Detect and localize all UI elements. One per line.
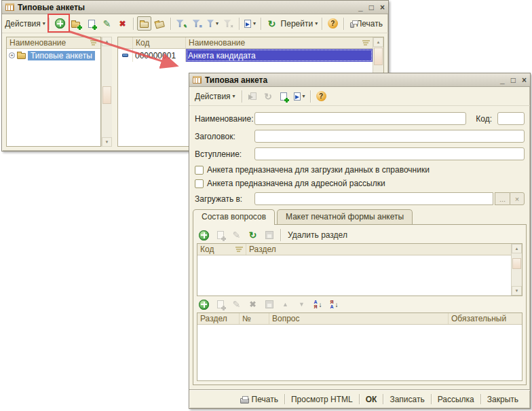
edit-button[interactable]: ✎ bbox=[100, 16, 114, 31]
tab-sostav-voprosov[interactable]: Состав вопросов bbox=[193, 209, 275, 225]
delete-section-button[interactable]: Удалить раздел bbox=[285, 228, 350, 243]
title-field-label: Заголовок: bbox=[195, 132, 254, 141]
sections-section-header[interactable]: Раздел bbox=[246, 244, 511, 255]
window-grid-icon bbox=[5, 3, 14, 11]
delete-button[interactable]: ✖ bbox=[115, 16, 130, 31]
close-button[interactable]: × bbox=[380, 3, 385, 12]
filter-clear-button: × bbox=[221, 16, 235, 31]
save-ok-icon bbox=[265, 231, 273, 239]
print-button[interactable]: Печать bbox=[234, 393, 284, 406]
close-button[interactable]: Закрыть bbox=[481, 393, 525, 406]
move-up-icon: ▲ bbox=[282, 301, 288, 308]
minimize-button[interactable]: _ bbox=[500, 76, 505, 84]
maximize-button[interactable]: □ bbox=[511, 76, 516, 84]
tree-column-header[interactable]: Наименование bbox=[7, 37, 100, 48]
delete-icon: ✖ bbox=[119, 19, 126, 29]
help-button[interactable]: ? bbox=[326, 16, 340, 31]
maximize-button[interactable]: □ bbox=[369, 3, 374, 12]
ok-button[interactable]: ОК bbox=[360, 393, 383, 406]
reread-icon: ↻ bbox=[264, 92, 272, 101]
questions-question-header[interactable]: Вопрос bbox=[269, 313, 449, 324]
tree-scrollbar[interactable]: ▲ ▼ bbox=[101, 37, 112, 147]
scroll-up-icon[interactable]: ▲ bbox=[102, 37, 112, 46]
questions-required-header[interactable]: Обязательный bbox=[449, 313, 522, 324]
add-group-icon bbox=[71, 22, 80, 28]
table-row[interactable]: 000000001 Анкета кандидата bbox=[118, 49, 373, 62]
scroll-up-icon[interactable]: ▲ bbox=[373, 37, 383, 47]
reread-button: ↻ bbox=[261, 89, 276, 103]
address-mailing-checkbox[interactable] bbox=[195, 179, 204, 188]
finish-edit-button bbox=[262, 298, 276, 312]
actions-menu-button[interactable]: Действия ▾ bbox=[5, 16, 45, 31]
sections-scrollbar[interactable]: ▲ ▼ bbox=[511, 244, 522, 296]
scroll-down-icon[interactable]: ▼ bbox=[512, 286, 522, 296]
finish-edit-button bbox=[262, 228, 276, 243]
refresh-sections-button[interactable]: ↻ bbox=[246, 228, 260, 243]
actions-menu-button[interactable]: Действия ▾ bbox=[192, 89, 238, 103]
load-to-catalogs-checkbox[interactable] bbox=[195, 166, 204, 175]
sort-indicator-icon bbox=[90, 40, 98, 46]
help-button[interactable]: ? bbox=[314, 89, 328, 103]
intro-field-label: Вступление: bbox=[195, 149, 254, 159]
address-mailing-label: Анкета предназначена для адресной рассыл… bbox=[207, 179, 385, 188]
minimize-button[interactable]: _ bbox=[358, 3, 363, 12]
tree-item-label: Типовые анкеты bbox=[28, 51, 95, 60]
sort-ascending-button[interactable]: АЯ ↓ bbox=[311, 298, 325, 312]
filter-by-value-button[interactable]: = bbox=[190, 16, 204, 31]
tree-expand-icon[interactable]: + bbox=[9, 52, 15, 58]
refresh-button[interactable]: ↻ bbox=[265, 16, 279, 31]
save-button[interactable]: Записать bbox=[383, 393, 430, 406]
copy-button[interactable] bbox=[277, 89, 291, 103]
list-window-titlebar[interactable]: Типовые анкеты _ □ × bbox=[2, 1, 388, 14]
print-button[interactable]: Печать bbox=[347, 16, 385, 31]
code-field-label: Код: bbox=[476, 114, 492, 124]
code-column-header[interactable]: Код bbox=[133, 37, 186, 48]
load-into-input[interactable] bbox=[254, 192, 493, 205]
sort-za-icon: ЯА bbox=[330, 300, 333, 309]
close-button[interactable]: × bbox=[522, 76, 527, 84]
name-field-label: Наименование: bbox=[195, 114, 254, 124]
copy-icon bbox=[280, 92, 287, 101]
tab-maket-pechatnoy-formy[interactable]: Макет печатной формы анкеты bbox=[277, 209, 413, 224]
scrollbar-thumb[interactable] bbox=[102, 86, 111, 104]
questions-section-header[interactable]: Раздел bbox=[197, 313, 240, 324]
output-list-button[interactable]: ▾ bbox=[243, 16, 257, 31]
add-question-button[interactable] bbox=[197, 298, 211, 312]
clear-button[interactable]: × bbox=[510, 192, 525, 205]
filter-settings-button[interactable]: ✎ bbox=[174, 16, 189, 31]
scrollbar-thumb[interactable] bbox=[374, 48, 383, 65]
output-button[interactable]: ▾ bbox=[292, 89, 307, 103]
tree-item-typovye-ankety[interactable]: + Типовые анкеты bbox=[7, 49, 100, 62]
title-input[interactable] bbox=[254, 130, 525, 143]
questions-table: Раздел № Вопрос Обязательный bbox=[197, 312, 522, 381]
scroll-up-icon[interactable]: ▲ bbox=[512, 244, 522, 253]
sort-az-icon: АЯ bbox=[314, 300, 317, 309]
sort-descending-button[interactable]: ЯА ↓ bbox=[327, 298, 341, 312]
mailing-button[interactable]: Рассылка bbox=[432, 393, 480, 406]
copy-button[interactable] bbox=[84, 16, 98, 31]
scrollbar-thumb[interactable] bbox=[512, 258, 521, 269]
annotation-highlight-box bbox=[48, 14, 70, 33]
questions-num-header[interactable]: № bbox=[240, 313, 269, 324]
name-column-header[interactable]: Наименование bbox=[186, 37, 373, 48]
view-list-button[interactable] bbox=[153, 16, 167, 31]
dropdown-arrow-icon: ▾ bbox=[43, 20, 45, 26]
scroll-down-icon[interactable]: ▼ bbox=[102, 137, 112, 147]
view-hierarchy-button[interactable] bbox=[137, 16, 151, 31]
questions-table-body[interactable] bbox=[197, 325, 522, 380]
goto-menu-button[interactable]: Перейти ▾ bbox=[280, 16, 318, 31]
sections-code-header[interactable]: Код bbox=[197, 244, 246, 255]
filter-history-button[interactable]: ▾ bbox=[206, 16, 220, 31]
add-group-button[interactable] bbox=[69, 16, 83, 31]
sections-table-body[interactable] bbox=[197, 255, 511, 296]
form-toolbar: Действия ▾ ↻ ▾ ? bbox=[189, 87, 530, 106]
code-input[interactable] bbox=[497, 112, 525, 125]
list-window-title: Типовые анкеты bbox=[18, 3, 85, 12]
choose-button[interactable]: ... bbox=[495, 192, 510, 205]
add-section-button[interactable] bbox=[197, 228, 211, 243]
preview-html-button[interactable]: Просмотр HTML bbox=[285, 393, 359, 406]
name-input[interactable] bbox=[254, 112, 466, 125]
intro-input[interactable] bbox=[254, 147, 525, 160]
save-icon bbox=[248, 92, 256, 101]
form-window-titlebar[interactable]: Типовая анкета _ □ × bbox=[189, 73, 530, 87]
